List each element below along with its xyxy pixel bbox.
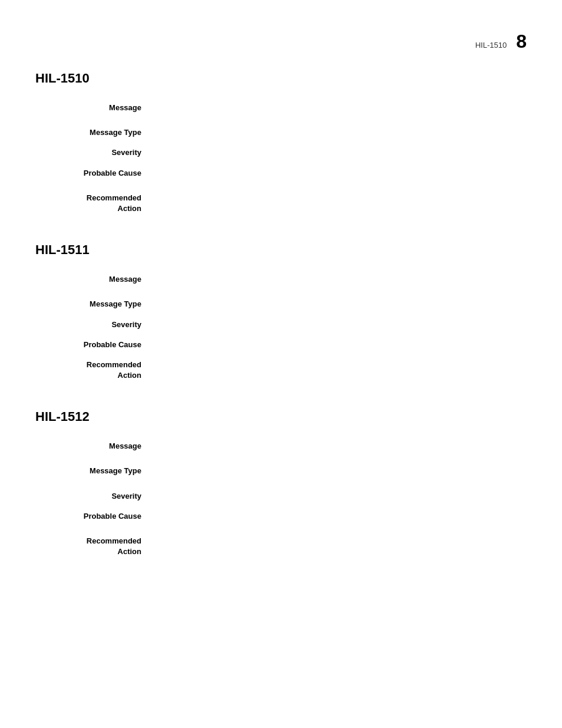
field-row-severity-1512: Severity [35, 491, 527, 502]
field-label-message-1510: Message [35, 103, 153, 113]
section-title-hil-1510: HIL-1510 [35, 71, 527, 86]
field-label-messagetype-1511: Message Type [35, 299, 153, 309]
field-row-message-1511: Message [35, 274, 527, 285]
field-label-messagetype-1512: Message Type [35, 466, 153, 476]
field-label-severity-1512: Severity [35, 491, 153, 502]
field-row-severity-1511: Severity [35, 319, 527, 330]
section-hil-1511: HIL-1511 Message Message Type Severity P… [35, 242, 527, 381]
field-label-probablecause-1512: Probable Cause [35, 511, 153, 522]
field-row-severity-1510: Severity [35, 147, 527, 158]
field-row-messagetype-1510: Message Type [35, 127, 527, 138]
section-hil-1512: HIL-1512 Message Message Type Severity P… [35, 409, 527, 557]
field-label-severity-1511: Severity [35, 319, 153, 330]
page-content: HIL-1510 Message Message Type Severity P… [0, 0, 562, 621]
section-title-hil-1512: HIL-1512 [35, 409, 527, 424]
page-header: HIL-1510 8 [475, 31, 527, 52]
section-hil-1510: HIL-1510 Message Message Type Severity P… [35, 71, 527, 214]
field-label-severity-1510: Severity [35, 147, 153, 158]
field-label-recommendedaction-1512: RecommendedAction [35, 536, 153, 557]
field-row-messagetype-1512: Message Type [35, 466, 527, 476]
field-row-probablecause-1511: Probable Cause [35, 340, 527, 350]
field-label-recommendedaction-1510: RecommendedAction [35, 193, 153, 214]
page-number: 8 [516, 31, 527, 52]
field-row-messagetype-1511: Message Type [35, 299, 527, 309]
field-label-messagetype-1510: Message Type [35, 127, 153, 138]
field-row-message-1512: Message [35, 441, 527, 452]
field-row-probablecause-1512: Probable Cause [35, 511, 527, 522]
field-row-probablecause-1510: Probable Cause [35, 168, 527, 179]
field-label-message-1512: Message [35, 441, 153, 452]
field-row-recommendedaction-1511: RecommendedAction [35, 360, 527, 381]
field-row-message-1510: Message [35, 103, 527, 113]
field-row-recommendedaction-1510: RecommendedAction [35, 193, 527, 214]
section-title-hil-1511: HIL-1511 [35, 242, 527, 258]
field-label-probablecause-1510: Probable Cause [35, 168, 153, 179]
field-label-recommendedaction-1511: RecommendedAction [35, 360, 153, 381]
field-label-message-1511: Message [35, 274, 153, 285]
field-label-probablecause-1511: Probable Cause [35, 340, 153, 350]
field-row-recommendedaction-1512: RecommendedAction [35, 536, 527, 557]
header-title: HIL-1510 [475, 41, 507, 50]
